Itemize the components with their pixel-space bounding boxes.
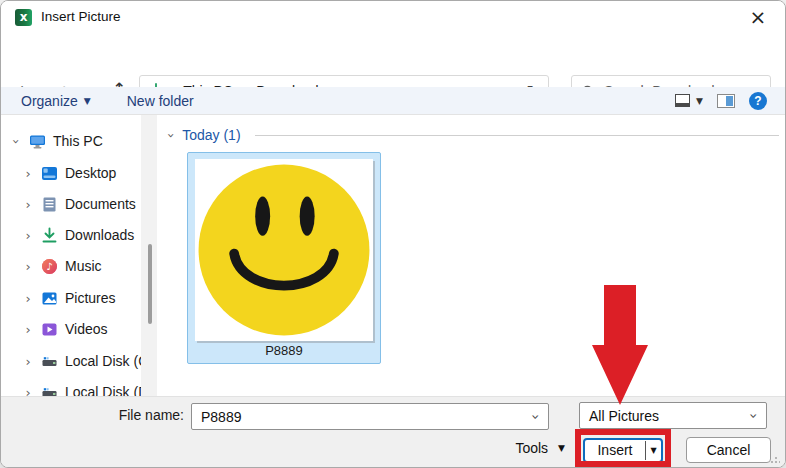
expand-icon[interactable]: › xyxy=(21,322,35,337)
downloads-icon xyxy=(41,227,58,244)
sidebar-item-music[interactable]: › ♪ Music xyxy=(21,251,102,281)
file-list: › Today (1) P8889 xyxy=(164,115,785,398)
title-bar: x Insert Picture × xyxy=(1,1,785,33)
dialog-footer: File name: P8889 › All Pictures › Tools … xyxy=(1,396,785,467)
smiley-face-image xyxy=(195,159,373,341)
sidebar-scrollbar-thumb[interactable] xyxy=(148,244,152,324)
sidebar-item-local-disk-c[interactable]: › Local Disk (C:) xyxy=(21,346,157,376)
view-dropdown-icon: ▼ xyxy=(696,96,703,106)
file-item-p8889[interactable]: P8889 xyxy=(187,152,381,364)
resize-grip[interactable] xyxy=(770,454,780,464)
group-label: Today (1) xyxy=(182,127,240,143)
command-toolbar: Organize ▼ New folder ▼ ? xyxy=(1,87,785,115)
this-pc-icon xyxy=(29,133,46,150)
documents-icon xyxy=(41,196,58,213)
file-type-dropdown-icon[interactable]: › xyxy=(746,413,762,419)
file-type-select[interactable]: All Pictures › xyxy=(579,402,767,429)
organize-dropdown-icon: ▼ xyxy=(84,96,91,106)
collapse-icon[interactable]: › xyxy=(9,134,24,148)
window-title: Insert Picture xyxy=(41,9,121,24)
change-view-button[interactable]: ▼ xyxy=(675,94,703,107)
file-name-field-label: File name: xyxy=(81,407,184,423)
svg-text:♪: ♪ xyxy=(46,261,52,272)
file-thumbnail xyxy=(195,159,373,341)
sidebar-item-documents[interactable]: › Documents xyxy=(21,189,136,219)
expand-icon[interactable]: › xyxy=(21,259,35,274)
insert-picture-dialog: x Insert Picture × ← → › ↑ › This PC › D… xyxy=(0,0,786,468)
new-folder-button[interactable]: New folder xyxy=(127,93,194,109)
tools-dropdown-icon: ▼ xyxy=(558,443,565,453)
help-icon[interactable]: ? xyxy=(749,92,767,110)
insert-button-label: Insert xyxy=(585,440,645,461)
excel-app-icon: x xyxy=(15,9,32,26)
expand-icon[interactable]: › xyxy=(21,166,35,181)
sidebar-item-local-disk-d[interactable]: › Local Disk (D:) xyxy=(21,377,157,398)
file-type-value: All Pictures xyxy=(589,408,659,424)
file-name-input[interactable]: P8889 › xyxy=(191,403,549,430)
pictures-icon xyxy=(41,290,58,307)
organize-button[interactable]: Organize ▼ xyxy=(21,93,91,109)
disk-icon xyxy=(41,353,58,370)
insert-button[interactable]: Insert ▼ xyxy=(583,438,663,463)
cancel-button[interactable]: Cancel xyxy=(686,437,771,463)
sidebar-item-pictures[interactable]: › Pictures xyxy=(21,283,116,313)
desktop-icon xyxy=(41,165,58,182)
expand-icon[interactable]: › xyxy=(21,354,35,369)
sidebar-item-desktop[interactable]: › Desktop xyxy=(21,158,116,188)
preview-pane-icon[interactable] xyxy=(717,94,735,108)
group-header-today[interactable]: › Today (1) xyxy=(169,127,779,143)
sidebar-item-videos[interactable]: › Videos xyxy=(21,314,108,344)
file-name-label: P8889 xyxy=(188,343,380,358)
view-mode-icon xyxy=(675,94,690,107)
close-icon[interactable]: × xyxy=(743,3,773,31)
dialog-body: › This PC › Desktop › xyxy=(1,115,785,398)
expand-icon[interactable]: › xyxy=(21,291,35,306)
group-divider xyxy=(255,135,779,136)
navigation-bar: ← → › ↑ › This PC › Downloads › ↻ Search… xyxy=(1,33,785,87)
videos-icon xyxy=(41,321,58,338)
music-icon: ♪ xyxy=(41,258,58,275)
insert-dropdown-icon[interactable]: ▼ xyxy=(646,440,661,461)
navigation-pane: › This PC › Desktop › xyxy=(1,115,161,398)
expand-icon[interactable]: › xyxy=(21,197,35,212)
expand-icon[interactable]: › xyxy=(21,228,35,243)
group-collapse-icon[interactable]: › xyxy=(164,132,179,137)
file-name-dropdown-icon[interactable]: › xyxy=(528,414,544,420)
file-name-value: P8889 xyxy=(201,409,241,425)
tools-button[interactable]: Tools ▼ xyxy=(501,440,565,456)
sidebar-item-downloads[interactable]: › Downloads xyxy=(21,220,134,250)
sidebar-item-this-pc[interactable]: › This PC xyxy=(9,126,103,156)
